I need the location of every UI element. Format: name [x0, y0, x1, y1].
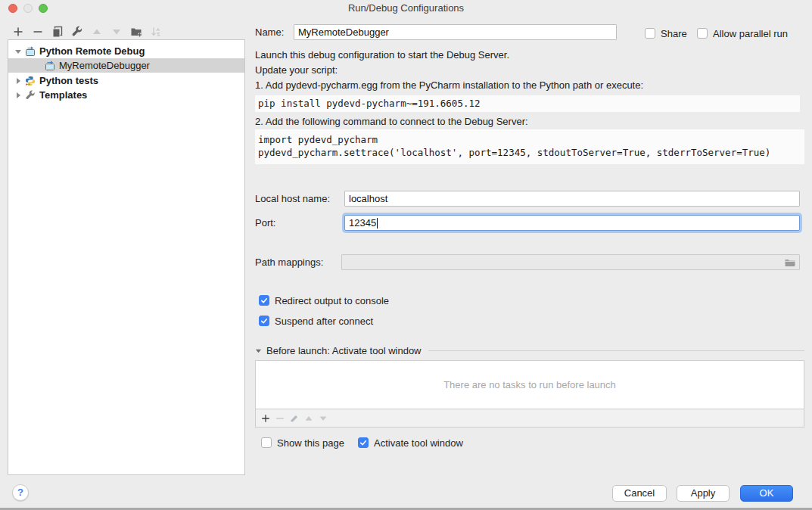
minimize-window-button — [23, 4, 33, 13]
path-mappings-input — [341, 254, 800, 270]
ok-button[interactable]: OK — [740, 485, 793, 502]
allow-parallel-checkbox-group[interactable]: Allow parallel run — [697, 27, 788, 39]
redirect-output-checkbox-group[interactable]: Redirect output to console — [259, 294, 389, 306]
move-task-down-icon — [318, 413, 328, 424]
tree-item-label: Python tests — [39, 75, 98, 86]
local-host-input[interactable] — [344, 191, 800, 207]
intro-text: Launch this debug configuration to start… — [255, 49, 509, 61]
collapse-icon[interactable] — [14, 48, 22, 55]
python-tests-icon — [25, 76, 36, 86]
create-folder-icon[interactable] — [130, 26, 142, 38]
tree-item-templates[interactable]: Templates — [8, 88, 244, 102]
suspend-after-connect-checkbox[interactable] — [259, 316, 269, 326]
redirect-output-checkbox[interactable] — [259, 295, 269, 306]
share-checkbox-group[interactable]: Share — [645, 27, 687, 39]
move-up-icon — [91, 26, 103, 38]
collapse-icon[interactable] — [255, 347, 263, 354]
titlebar: Run/Debug Configurations — [0, 0, 812, 17]
tree-item-myremotedebugger[interactable]: MyRemoteDebugger — [8, 58, 244, 73]
zoom-window-button[interactable] — [39, 4, 48, 13]
remove-task-icon — [275, 413, 285, 424]
allow-parallel-run-checkbox[interactable] — [697, 28, 708, 39]
sort-configurations-icon — [150, 26, 162, 38]
copy-configuration-icon[interactable] — [51, 26, 64, 38]
local-host-label: Local host name: — [255, 191, 330, 207]
configurations-toolbar — [12, 25, 162, 39]
redirect-output-label: Redirect output to console — [275, 295, 389, 306]
port-label: Port: — [255, 215, 275, 231]
no-tasks-message: There are no tasks to run before launch — [256, 361, 804, 409]
help-button[interactable]: ? — [12, 484, 29, 501]
browse-folder-icon[interactable] — [784, 257, 796, 269]
remote-debug-config-icon — [25, 46, 36, 57]
code-line-import: import pydevd_pycharm — [258, 133, 801, 146]
update-script-text: Update your script: — [255, 64, 338, 76]
code-line-settrace: pydevd_pycharm.settrace('localhost', por… — [258, 146, 801, 159]
pip-command-code: pip install pydevd-pycharm~=191.6605.12 — [255, 95, 800, 112]
tree-item-label: Python Remote Debug — [39, 45, 145, 57]
move-task-up-icon — [303, 413, 314, 424]
tasks-toolbar — [256, 409, 804, 427]
step2-text: 2. Add the following command to connect … — [255, 116, 528, 128]
configurations-tree: Python Remote Debug MyRemoteDebugger Pyt… — [8, 39, 245, 475]
suspend-checkbox-group[interactable]: Suspend after connect — [259, 315, 373, 327]
expand-icon[interactable] — [14, 92, 22, 99]
settrace-code-block: import pydevd_pycharm pydevd_pycharm.set… — [255, 129, 804, 164]
share-checkbox[interactable] — [645, 28, 655, 39]
remove-configuration-icon[interactable] — [32, 26, 44, 38]
activate-tool-window-checkbox-group[interactable]: Activate tool window — [358, 437, 463, 449]
activate-tool-window-label: Activate tool window — [374, 437, 463, 449]
edit-task-icon — [289, 413, 300, 424]
name-label: Name: — [255, 24, 284, 40]
run-debug-configurations-dialog: Run/Debug Configurations — [0, 0, 812, 510]
before-launch-title: Before launch: Activate tool window — [266, 345, 422, 356]
show-this-page-checkbox[interactable] — [261, 437, 272, 448]
apply-button[interactable]: Apply — [677, 485, 730, 502]
step1-text: 1. Add pydevd-pycharm.egg from the PyCha… — [255, 79, 643, 92]
move-down-icon — [110, 26, 123, 38]
tree-item-label: Templates — [39, 89, 87, 101]
suspend-after-connect-label: Suspend after connect — [275, 316, 373, 327]
templates-wrench-icon — [25, 90, 36, 101]
window-title: Run/Debug Configurations — [0, 0, 812, 17]
activate-tool-window-checkbox[interactable] — [358, 437, 369, 448]
tree-item-label: MyRemoteDebugger — [59, 60, 150, 71]
close-window-button[interactable] — [8, 4, 17, 13]
name-input[interactable] — [294, 24, 617, 40]
share-label: Share — [661, 28, 687, 39]
add-configuration-icon[interactable] — [12, 26, 24, 38]
show-this-page-checkbox-group[interactable]: Show this page — [261, 437, 344, 449]
before-launch-header[interactable]: Before launch: Activate tool window — [255, 344, 804, 356]
expand-icon[interactable] — [14, 77, 22, 85]
tree-item-python-remote-debug[interactable]: Python Remote Debug — [8, 44, 244, 58]
text-caret — [377, 218, 378, 229]
allow-parallel-run-label: Allow parallel run — [713, 28, 788, 39]
tree-item-python-tests[interactable]: Python tests — [8, 73, 244, 88]
remote-debug-config-icon — [45, 61, 55, 71]
edit-templates-icon[interactable] — [71, 26, 83, 38]
path-mappings-label: Path mappings: — [255, 254, 323, 270]
port-input[interactable] — [344, 215, 800, 231]
show-this-page-label: Show this page — [277, 437, 344, 449]
before-launch-tasks-panel: There are no tasks to run before launch — [255, 360, 804, 428]
add-task-icon[interactable] — [260, 413, 271, 424]
cancel-button[interactable]: Cancel — [612, 485, 667, 502]
pip-command-line: pip install pydevd-pycharm~=191.6605.12 — [258, 97, 797, 110]
section-divider — [428, 350, 804, 351]
